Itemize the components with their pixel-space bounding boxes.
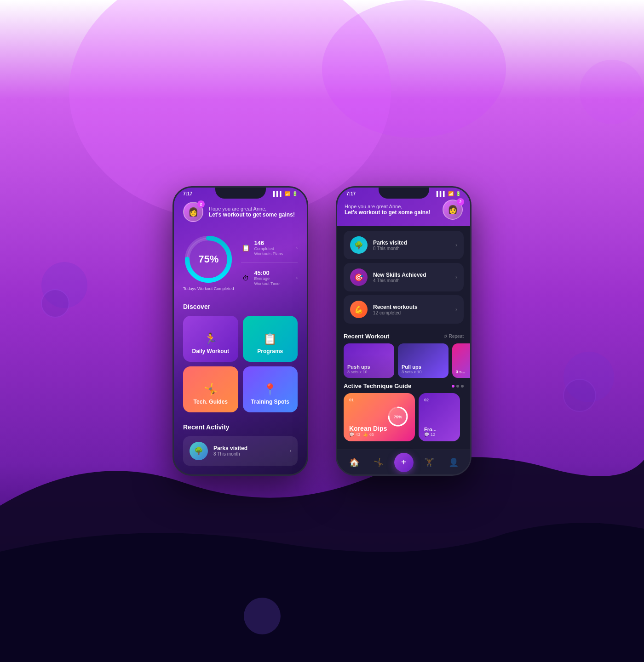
stat-completed-label: CompletedWorkouts Plans <box>254 246 292 257</box>
workouts-info: Recent workouts 12 completed <box>373 304 450 315</box>
guide-dot-2 <box>456 385 459 388</box>
discover-grid: 🏃 Daily Workout 📋 Programs 🤸 Tech. Guide… <box>174 316 307 412</box>
stat-time-label: EverageWorkout Time <box>254 276 292 286</box>
clipboard-icon: 📋 <box>241 243 250 252</box>
phone2-battery-icon: 🔋 <box>455 191 461 196</box>
dumbbell-icon: 🏋️ <box>424 457 434 468</box>
parks-arrow: › <box>455 242 457 248</box>
guide-title: Active Technique Guide <box>344 382 411 389</box>
home-icon: 🏠 <box>349 457 359 468</box>
comment-icon: 💬 <box>349 432 354 437</box>
progress-circle: 75% <box>183 234 234 285</box>
pullups-label: Pull ups <box>402 364 445 370</box>
programs-icon: 📋 <box>263 332 277 345</box>
guide-secondary-info: Fro... 💬 12 <box>424 427 454 437</box>
nav-dumbbell[interactable]: 🏋️ <box>420 456 438 469</box>
pushups-bg: Push ups 3 sets x 10 <box>344 343 394 378</box>
guide-card-secondary-title: Fro... <box>424 427 454 432</box>
guide-likes: 👍 65 <box>363 432 374 437</box>
third-bg: 3 s... <box>452 343 470 378</box>
daily-workout-card[interactable]: 🏃 Daily Workout <box>183 316 238 362</box>
phone2-greeting: Hope you are great Anne, <box>345 204 438 209</box>
workout-card-pullups[interactable]: Pull ups 3 sets x 10 <box>398 343 448 378</box>
like-count: 65 <box>369 432 374 437</box>
guide-card-secondary-content: 02 Fro... 💬 12 <box>419 393 460 441</box>
workout-card-third[interactable]: 3 s... <box>452 343 470 378</box>
progress-section: 75% Todays Workout Completed 📋 146 Compl… <box>174 229 307 299</box>
programs-card[interactable]: 📋 Programs <box>243 316 298 362</box>
phone2-avatar-wrapper[interactable]: 👩 2 <box>443 200 463 220</box>
guide-dots <box>452 385 464 388</box>
parks-info: Parks visited 8 This month <box>373 240 450 251</box>
phone2-wifi-icon: 📶 <box>448 191 454 196</box>
nav-add-button[interactable]: + <box>394 453 414 472</box>
activity-meta: 8 This month <box>213 451 284 457</box>
guide-comments: 💬 43 <box>349 432 360 437</box>
comment-count: 43 <box>356 432 360 437</box>
notification-badge: 2 <box>197 200 205 208</box>
guide-card-secondary[interactable]: 02 Fro... 💬 12 <box>419 393 460 441</box>
workouts-meta: 12 completed <box>373 310 450 315</box>
bottom-nav: 🏠 🤸 + 🏋️ 👤 <box>337 450 470 474</box>
parks-meta: 8 This month <box>373 246 450 251</box>
phone2-notification-badge: 2 <box>457 198 464 205</box>
parks-title: Parks visited <box>373 240 450 246</box>
header-greeting: Hope you are great Anne, <box>209 206 298 211</box>
avatar-wrapper[interactable]: 👩 2 <box>183 202 203 222</box>
discover-title: Discover <box>174 299 307 316</box>
progress-percent: 75% <box>198 253 218 265</box>
signal-icon: ▌▌▌ <box>273 191 283 196</box>
guide-section: Active Technique Guide 01 Korean Dips <box>337 378 470 446</box>
stat-completed-arrow: › <box>296 245 298 251</box>
programs-label: Programs <box>257 348 283 354</box>
workout-cards: Push ups 3 sets x 10 Pull ups 3 sets x 1… <box>337 343 470 378</box>
stat-card-parks[interactable]: 🌳 Parks visited 8 This month › <box>344 231 464 259</box>
skills-title: New Skills Achieved <box>373 272 450 278</box>
progress-stats: 📋 146 CompletedWorkouts Plans › ⏱ 45:00 … <box>241 240 298 286</box>
guide-progress-ring: 75% <box>386 405 409 430</box>
skills-arrow: › <box>455 274 457 280</box>
activity-name: Parks visited <box>213 445 284 451</box>
parks-icon: 🌳 <box>350 236 368 254</box>
stat-card-workouts[interactable]: 💪 Recent workouts 12 completed › <box>344 295 464 324</box>
profile-icon: 👤 <box>448 457 459 468</box>
training-spots-card[interactable]: 📍 Training Spots <box>243 366 298 412</box>
activity-thumb: 🌳 <box>190 442 208 460</box>
nav-home[interactable]: 🏠 <box>345 456 363 469</box>
guide-card-main[interactable]: 01 Korean Dips 💬 43 👍 <box>344 393 415 441</box>
repeat-label: Repeat <box>449 334 464 339</box>
workout-icon: 🤸 <box>374 457 384 468</box>
training-spots-icon: 📍 <box>263 383 277 396</box>
stat-time-info: 45:00 EverageWorkout Time <box>254 269 292 286</box>
repeat-button[interactable]: ↺ Repeat <box>443 334 464 339</box>
activity-card-parks[interactable]: 🌳 Parks visited 8 This month › <box>183 436 298 466</box>
recent-workout-title: Recent Workout <box>344 333 389 340</box>
progress-label: Todays Workout Completed <box>183 286 234 292</box>
phone2-header-text: Hope you are great Anne, Let's workout t… <box>345 204 438 216</box>
guide-card-num: 01 <box>349 398 409 402</box>
phones-container: 7:17 ▌▌▌ 📶 🔋 👩 2 Hope you are great Anne… <box>0 0 644 662</box>
nav-workout[interactable]: 🤸 <box>370 456 387 469</box>
stat-time-arrow: › <box>296 275 298 280</box>
skills-meta: 4 This month <box>373 278 450 283</box>
pullups-meta: 3 sets x 10 <box>402 370 445 374</box>
comment2-icon: 💬 <box>424 432 429 437</box>
stat-completed-info: 146 CompletedWorkouts Plans <box>254 240 292 257</box>
tech-guides-card[interactable]: 🤸 Tech. Guides <box>183 366 238 412</box>
guide-dot-3 <box>461 385 464 388</box>
stat-card-skills[interactable]: 🎯 New Skills Achieved 4 This month › <box>344 263 464 291</box>
recent-workout-header: Recent Workout ↺ Repeat <box>337 328 470 343</box>
guide-secondary-meta: 💬 12 <box>424 432 454 437</box>
third-label: 3 s... <box>456 370 470 374</box>
comment2-count: 12 <box>431 432 435 437</box>
stat-completed-value: 146 <box>254 240 292 246</box>
phone-1: 7:17 ▌▌▌ 📶 🔋 👩 2 Hope you are great Anne… <box>172 186 308 476</box>
guide2-comments: 💬 12 <box>424 432 435 437</box>
stat-completed[interactable]: 📋 146 CompletedWorkouts Plans › <box>241 240 298 257</box>
header-text: Hope you are great Anne, Let's workout t… <box>209 206 298 218</box>
nav-profile[interactable]: 👤 <box>445 456 462 469</box>
workout-card-pushups[interactable]: Push ups 3 sets x 10 <box>344 343 394 378</box>
stat-time[interactable]: ⏱ 45:00 EverageWorkout Time › <box>241 269 298 286</box>
phone1-notch <box>215 188 266 199</box>
phone2-signal-icon: ▌▌▌ <box>437 191 446 196</box>
